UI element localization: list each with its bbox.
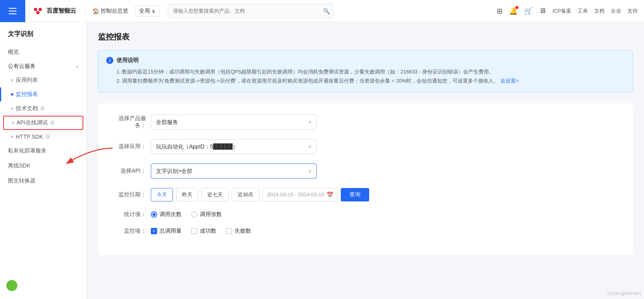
cart-icon[interactable]: 🛒 (524, 7, 533, 15)
product-service-label: 选择产品服务： (111, 115, 146, 129)
layout: 文字识别 概览 公有云服务 ∧ 应用列表 监控报表 技术文档 ⛓ API在线调试… (0, 22, 644, 299)
api-control: 文字识别>全部 ∨ (151, 164, 317, 179)
api-select[interactable]: 文字识别>全部 (151, 164, 317, 179)
monitor-total-label: 总调用量 (160, 228, 182, 235)
sidebar-item-api-debug[interactable]: API在线调试 ⛓ (3, 116, 83, 130)
sidebar-item-tech-docs[interactable]: 技术文档 ⛓ (0, 102, 86, 116)
stats-label: 统计项： (111, 211, 146, 218)
go-settings-link[interactable]: 去设置> (500, 78, 519, 84)
product-service-control: 全部服务 ∨ (151, 115, 317, 130)
check-mark-icon: ✓ (152, 229, 156, 233)
stats-call-images-label: 调用张数 (200, 211, 222, 218)
tech-docs-bullet-icon (11, 107, 13, 110)
logo[interactable]: 百度智能云 (25, 5, 83, 17)
grid-icon[interactable]: ⊞ (497, 7, 503, 15)
scope-selector[interactable]: 全局 ∨ (135, 6, 160, 17)
tech-docs-label: 技术文档 (16, 105, 38, 112)
svg-point-3 (35, 9, 36, 10)
stats-call-count-radio[interactable] (151, 211, 157, 218)
sidebar-section-public-cloud[interactable]: 公有云服务 ∧ (0, 60, 86, 73)
http-sdk-label: HTTP SDK (16, 134, 43, 140)
sidebar-item-private-deploy[interactable]: 私有化部署服务 (0, 143, 86, 158)
monitor-bullet-icon (11, 93, 13, 96)
notice-box: i 使用说明 1. 数据约延迟15分钟；成功调用与失败调用（包括QPS超限额引起… (98, 50, 633, 92)
sidebar-item-overview[interactable]: 概览 (0, 45, 86, 60)
notice-item-2: 2. 调用量扣费顺序为'免费测试资源->资源包->后付费'，请在资源用尽前及时购… (106, 76, 625, 85)
hamburger-button[interactable] (0, 0, 25, 22)
monitor-failure-option[interactable]: 失败数 (226, 228, 251, 235)
date-today-button[interactable]: 今天 (151, 188, 173, 201)
stats-call-images-radio[interactable] (191, 211, 197, 218)
search-icon[interactable]: 🔍 (323, 8, 330, 14)
date-row: 监控日期： 今天 昨天 近七天 近30天 2024-03-15 - 2024-0… (111, 188, 620, 201)
search-box: 🔍 (168, 4, 334, 18)
stats-call-images-option[interactable]: 调用张数 (191, 211, 222, 218)
notice-header: i 使用说明 (106, 57, 625, 64)
monitor-failure-label: 失败数 (235, 228, 251, 235)
sidebar-item-monitor[interactable]: 监控报表 (0, 87, 86, 102)
product-service-row: 选择产品服务： 全部服务 ∨ (111, 115, 620, 130)
docs-link[interactable]: 文档 (594, 8, 605, 15)
app-select[interactable]: 玩玩自动化（AppID：5█████） (151, 139, 317, 154)
monitor-row: 监控项： ✓ 总调用量 成功数 失败数 (111, 228, 620, 235)
product-select-wrapper: 全部服务 ∨ (151, 115, 317, 130)
app-row: 选择应用： 玩玩自动化（AppID：5█████） ∨ (111, 139, 620, 154)
api-debug-label: API在线调试 (17, 119, 48, 126)
sidebar-title: 文字识别 (0, 27, 86, 45)
watermark: CSDN @WSYAH (607, 291, 641, 296)
ticket-link[interactable]: 工单 (578, 8, 588, 15)
app-list-label: 应用列表 (16, 77, 38, 84)
sidebar-item-app-list[interactable]: 应用列表 (0, 73, 86, 87)
screen-icon[interactable]: 🖥 (539, 7, 546, 15)
stats-row: 统计项： 调用次数 调用张数 (111, 211, 620, 218)
main-content: 监控报表 i 使用说明 1. 数据约延迟15分钟；成功调用与失败调用（包括QPS… (87, 22, 644, 299)
public-cloud-label: 公有云服务 (8, 63, 36, 70)
scope-label: 全局 (139, 8, 150, 15)
sidebar-item-image-converter[interactable]: 图文转换器 (0, 173, 86, 188)
monitor-label: 监控项： (111, 228, 146, 235)
monitor-checkbox-group: ✓ 总调用量 成功数 失败数 (151, 228, 251, 235)
app-select-wrapper: 玩玩自动化（AppID：5█████） ∨ (151, 139, 317, 154)
svg-point-4 (39, 9, 41, 10)
app-label: 选择应用： (111, 143, 146, 150)
monitor-success-label: 成功数 (200, 228, 216, 235)
query-button[interactable]: 查询 (341, 188, 369, 201)
product-service-select[interactable]: 全部服务 (151, 115, 317, 130)
svg-point-5 (37, 12, 39, 13)
api-label: 选择API： (111, 167, 146, 175)
console-link[interactable]: 🏠 控制台总览 (89, 8, 131, 15)
date-range-text: 2024-03-15 - 2024-03-15 (267, 192, 324, 197)
sidebar-item-offline-sdk[interactable]: 离线SDK (0, 158, 86, 173)
date-yesterday-button[interactable]: 昨天 (176, 188, 198, 201)
notice-item-1: 1. 数据约延迟15分钟；成功调用与失败调用（包括QPS超限额引起的失败调用）均… (106, 67, 625, 76)
monitor-success-checkbox[interactable] (191, 228, 197, 234)
api-row: 选择API： 文字识别>全部 ∨ (111, 164, 620, 179)
calendar-icon: 📅 (327, 192, 333, 198)
monitor-total-checkbox[interactable]: ✓ (151, 228, 157, 234)
icp-link[interactable]: ICP备案 (552, 8, 571, 15)
search-input[interactable] (168, 4, 334, 18)
baidu-cloud-logo-icon (32, 5, 44, 17)
nav-divider (86, 7, 86, 15)
date-range-picker[interactable]: 2024-03-15 - 2024-03-15 📅 (263, 188, 338, 201)
monitor-total-option[interactable]: ✓ 总调用量 (151, 228, 182, 235)
enterprise-link[interactable]: 企业 (611, 8, 621, 15)
status-dot (6, 280, 17, 291)
api-debug-bullet-icon (12, 122, 14, 124)
stats-call-count-option[interactable]: 调用次数 (151, 211, 182, 218)
stats-radio-group: 调用次数 调用张数 (151, 211, 222, 218)
monitor-failure-checkbox[interactable] (226, 228, 232, 234)
monitor-success-option[interactable]: 成功数 (191, 228, 216, 235)
public-cloud-chevron-icon: ∧ (76, 64, 79, 69)
console-text: 控制台总览 (101, 8, 128, 15)
date-30days-button[interactable]: 近30天 (232, 188, 259, 201)
notice-info-icon: i (106, 57, 113, 64)
support-link[interactable]: 支持 (627, 8, 638, 15)
tech-docs-link-icon: ⛓ (40, 106, 45, 111)
notification-icon[interactable]: 🔔 (509, 7, 518, 15)
date-7days-button[interactable]: 近七天 (201, 188, 229, 201)
api-debug-link-icon: ⛓ (50, 120, 55, 126)
navbar: 百度智能云 🏠 控制台总览 全局 ∨ 🔍 ⊞ 🔔 🛒 🖥 ICP备案 工单 文档… (0, 0, 644, 22)
monitor-label: 监控报表 (16, 91, 38, 98)
sidebar-item-http-sdk[interactable]: HTTP SDK ⛓ (0, 130, 86, 143)
